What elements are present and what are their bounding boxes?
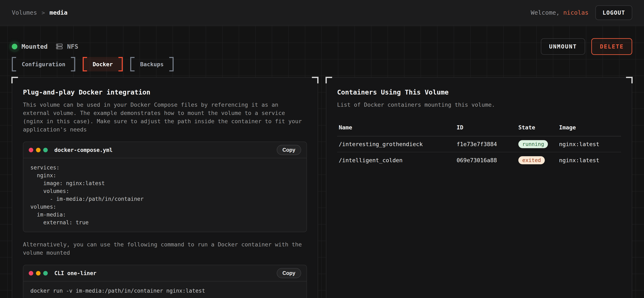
- compose-code-block: docker-compose.yml Copy services: nginx:…: [23, 142, 307, 232]
- delete-button[interactable]: DELETE: [591, 38, 632, 55]
- container-name: /interesting_grothendieck: [339, 141, 456, 147]
- container-name: /intelligent_colden: [339, 157, 456, 163]
- table-row: /intelligent_colden 069e73016a88 exited …: [337, 152, 621, 168]
- workspace: Mounted NFS UNMOUNT DELETE Configuration: [0, 26, 644, 298]
- column-header-state: State: [518, 124, 559, 131]
- traffic-green-icon: [43, 148, 48, 152]
- logout-button[interactable]: LOGOUT: [596, 5, 632, 20]
- column-header-id: ID: [456, 124, 518, 131]
- column-header-image: Image: [559, 124, 620, 131]
- container-image: nginx:latest: [559, 141, 620, 147]
- breadcrumb-separator-icon: >: [42, 9, 45, 16]
- containers-panel-title: Containers Using This Volume: [337, 88, 621, 96]
- mounted-status-label: Mounted: [22, 43, 48, 50]
- column-header-name: Name: [339, 124, 456, 131]
- tab-configuration[interactable]: Configuration: [12, 57, 75, 71]
- container-state: exited: [518, 156, 559, 164]
- username: nicolas: [563, 9, 588, 16]
- status-badge: exited: [518, 156, 545, 164]
- cli-title: CLI one-liner: [54, 270, 96, 276]
- panels-row: Plug-and-play Docker integration This vo…: [12, 77, 632, 298]
- tab-backups[interactable]: Backups: [130, 57, 174, 71]
- tab-docker[interactable]: Docker: [83, 57, 123, 71]
- app-screen: Volumes > media Welcome, nicolas LOGOUT …: [0, 0, 644, 298]
- volume-driver-label: NFS: [67, 43, 78, 50]
- cli-copy-button[interactable]: Copy: [277, 268, 301, 278]
- breadcrumb-current-volume: media: [50, 9, 68, 16]
- docker-integration-panel: Plug-and-play Docker integration This vo…: [12, 77, 318, 298]
- container-image: nginx:latest: [559, 157, 620, 163]
- docker-panel-title: Plug-and-play Docker integration: [23, 88, 307, 96]
- traffic-yellow-icon: [36, 148, 40, 152]
- panel-corner-bracket: [312, 77, 318, 83]
- containers-table-header: Name ID State Image: [337, 121, 621, 137]
- panel-corner-bracket: [326, 77, 332, 83]
- cli-code-content: docker run -v im-media:/path/in/containe…: [23, 282, 306, 298]
- cli-code-header: CLI one-liner Copy: [23, 265, 306, 282]
- mounted-status-dot-icon: [12, 44, 17, 49]
- top-bar: Volumes > media Welcome, nicolas LOGOUT: [0, 0, 644, 26]
- containers-panel: Containers Using This Volume List of Doc…: [326, 77, 632, 298]
- containers-panel-description: List of Docker containers mounting this …: [337, 101, 621, 109]
- tab-bar: Configuration Docker Backups: [12, 57, 632, 71]
- cli-code-block: CLI one-liner Copy docker run -v im-medi…: [23, 265, 307, 298]
- welcome-prefix: Welcome,: [531, 9, 560, 16]
- traffic-red-icon: [29, 148, 33, 152]
- welcome-text: Welcome, nicolas: [531, 9, 588, 16]
- volume-actions: UNMOUNT DELETE: [541, 38, 632, 55]
- compose-code-header: docker-compose.yml Copy: [23, 142, 306, 158]
- container-id: 069e73016a88: [456, 157, 518, 163]
- containers-table: Name ID State Image /interesting_grothen…: [337, 121, 621, 168]
- traffic-red-icon: [29, 271, 33, 276]
- traffic-lights-icon: [29, 271, 48, 276]
- status-row: Mounted NFS UNMOUNT DELETE: [12, 26, 632, 54]
- traffic-green-icon: [43, 271, 48, 276]
- top-bar-right: Welcome, nicolas LOGOUT: [531, 5, 632, 20]
- panel-corner-bracket: [11, 77, 18, 83]
- panel-corner-bracket: [626, 77, 633, 83]
- traffic-lights-icon: [29, 148, 48, 152]
- docker-panel-description: This volume can be used in your Docker C…: [23, 101, 307, 134]
- table-row: /interesting_grothendieck f1e73e7f3884 r…: [337, 137, 621, 152]
- breadcrumb: Volumes > media: [12, 9, 68, 16]
- server-icon: [56, 43, 63, 50]
- container-id: f1e73e7f3884: [456, 141, 518, 147]
- status-badge: running: [518, 140, 548, 148]
- compose-filename: docker-compose.yml: [54, 147, 113, 153]
- traffic-yellow-icon: [36, 271, 40, 276]
- container-state: running: [518, 140, 559, 148]
- compose-copy-button[interactable]: Copy: [277, 145, 301, 155]
- unmount-button[interactable]: UNMOUNT: [541, 38, 585, 55]
- breadcrumb-volumes-link[interactable]: Volumes: [12, 9, 37, 16]
- cli-intro-text: Alternatively, you can use the following…: [23, 240, 307, 257]
- compose-code-content: services: nginx: image: nginx:latest vol…: [23, 158, 306, 232]
- volume-status: Mounted NFS: [12, 43, 78, 50]
